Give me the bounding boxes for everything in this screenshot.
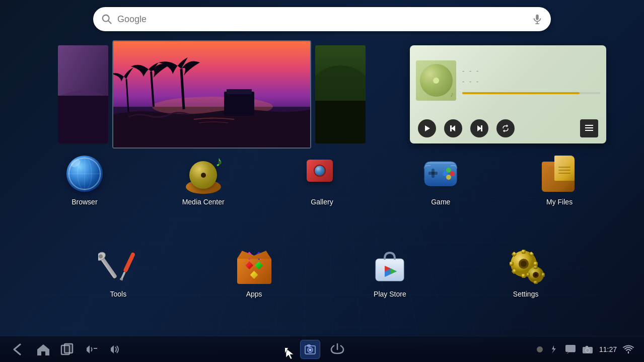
app-label-browser: Browser	[71, 198, 97, 206]
app-item-my-files[interactable]: My Files	[534, 154, 585, 206]
svg-rect-51	[522, 274, 526, 278]
photo-thumb-left	[58, 45, 108, 143]
app-item-apps[interactable]: Apps	[229, 246, 279, 298]
svg-rect-24	[585, 125, 593, 126]
svg-rect-61	[534, 266, 538, 269]
camera-icon	[582, 344, 593, 354]
svg-rect-11	[224, 92, 254, 116]
svg-rect-64	[542, 273, 545, 277]
signal-indicator	[537, 346, 543, 352]
app-item-game[interactable]: Game	[415, 154, 466, 206]
svg-rect-79	[586, 346, 588, 347]
music-list-button[interactable]	[580, 119, 598, 137]
app-label-game: Game	[431, 198, 450, 206]
svg-marker-22	[477, 125, 481, 131]
music-note-decoration: ♪	[450, 90, 454, 98]
music-widget: ♪ - - - - - -	[410, 45, 606, 143]
app-item-tools[interactable]: Tools	[93, 246, 144, 298]
svg-rect-25	[585, 127, 593, 128]
svg-rect-52	[510, 262, 514, 266]
wifi-icon	[623, 345, 634, 354]
svg-point-36	[446, 175, 451, 180]
svg-point-59	[521, 261, 527, 267]
app-label-my-files: My Files	[546, 198, 573, 206]
music-prev-button[interactable]	[444, 119, 462, 137]
power-button[interactable]	[330, 342, 344, 356]
svg-rect-21	[450, 125, 452, 131]
svg-line-1	[108, 21, 111, 24]
svg-point-66	[534, 273, 537, 276]
media-center-icon: ♪	[183, 154, 224, 194]
svg-point-17	[315, 65, 366, 106]
svg-rect-23	[481, 125, 482, 131]
svg-marker-20	[451, 125, 455, 131]
app-item-media-center[interactable]: ♪ Media Center	[178, 154, 229, 206]
svg-rect-26	[585, 130, 593, 131]
tools-icon-wrap	[98, 246, 138, 286]
music-progress-bar	[462, 92, 600, 94]
app-label-gallery: Gallery	[311, 198, 333, 206]
svg-marker-19	[425, 125, 430, 131]
svg-rect-63	[527, 273, 530, 277]
app-item-browser[interactable]: Browser	[59, 154, 110, 206]
app-item-settings[interactable]: Settings	[500, 246, 551, 298]
recent-apps-button[interactable]	[60, 343, 74, 356]
my-files-icon-wrap	[539, 154, 580, 194]
message-icon	[565, 344, 576, 354]
svg-rect-12	[227, 89, 252, 94]
game-icon-wrap	[420, 154, 461, 194]
taskbar: 11:27	[0, 336, 644, 362]
music-info: - - - - - -	[462, 67, 600, 94]
app-item-play-store[interactable]: Play Store	[365, 246, 415, 298]
search-icon	[101, 14, 112, 25]
app-label-settings: Settings	[513, 290, 539, 298]
music-controls	[410, 115, 606, 143]
app-item-gallery[interactable]: Gallery	[297, 154, 347, 206]
app-label-apps: Apps	[246, 290, 262, 298]
home-button[interactable]	[36, 342, 50, 356]
music-repeat-button[interactable]	[496, 119, 515, 137]
svg-rect-76	[565, 345, 576, 352]
music-top: ♪ - - - - - -	[410, 45, 606, 115]
music-title-line1: - - -	[462, 67, 600, 75]
svg-rect-7	[58, 96, 108, 143]
svg-rect-53	[534, 262, 538, 266]
mic-icon[interactable]	[532, 14, 543, 25]
svg-rect-68	[64, 344, 73, 353]
music-next-button[interactable]	[470, 119, 488, 137]
apps-icon-wrap	[234, 246, 274, 286]
gallery-icon-wrap	[302, 154, 342, 194]
charge-icon	[549, 344, 559, 354]
svg-point-0	[103, 15, 109, 22]
search-input[interactable]	[117, 14, 527, 25]
music-play-button[interactable]	[418, 119, 436, 137]
app-row-1: Browser ♪ Media Center Gallery	[25, 154, 619, 206]
svg-rect-18	[315, 101, 366, 143]
app-label-media-center: Media Center	[182, 198, 225, 206]
svg-marker-69	[87, 345, 90, 353]
vinyl-disc	[420, 64, 453, 97]
svg-rect-62	[534, 281, 538, 284]
music-title-line2: - - -	[462, 78, 600, 85]
music-progress-fill	[462, 92, 580, 94]
app-label-tools: Tools	[110, 290, 127, 298]
play-store-icon-wrap	[370, 246, 410, 286]
svg-rect-41	[123, 252, 135, 272]
volume-down-button[interactable]	[84, 343, 99, 355]
svg-rect-32	[432, 169, 435, 178]
back-button[interactable]	[10, 343, 26, 356]
search-bar	[93, 7, 551, 31]
app-label-play-store: Play Store	[374, 290, 406, 298]
svg-point-74	[309, 349, 311, 351]
clock-display: 11:27	[599, 345, 617, 353]
taskbar-center	[300, 340, 344, 359]
photo-main	[112, 40, 311, 149]
volume-up-button[interactable]	[109, 343, 124, 355]
svg-rect-2	[536, 15, 539, 20]
photo-thumb-right	[315, 45, 366, 143]
browser-icon	[64, 154, 105, 194]
gallery-widget	[58, 38, 370, 151]
screenshot-button[interactable]	[300, 340, 320, 359]
taskbar-right: 11:27	[344, 344, 634, 354]
album-art: ♪	[416, 60, 456, 101]
